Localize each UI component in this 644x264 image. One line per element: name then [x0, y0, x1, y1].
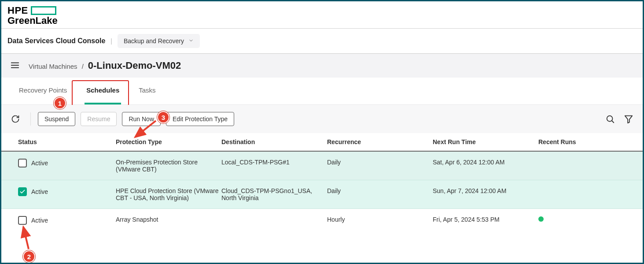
svg-line-4 [612, 121, 614, 123]
menu-icon[interactable] [10, 60, 20, 71]
hpe-rect-icon [31, 6, 56, 15]
svg-marker-5 [625, 116, 633, 123]
col-dest: Destination [221, 138, 327, 145]
tab-schedules[interactable]: Schedules [85, 78, 121, 104]
cell-dest: Cloud_CDS-TPM-PSGno1_USA, North Virginia [221, 187, 327, 201]
cell-next: Sun, Apr 7, 2024 12:00 AM [433, 187, 538, 194]
breadcrumb-current: 0-Linux-Demo-VM02 [88, 60, 181, 71]
status-text: Active [31, 160, 48, 167]
tab-tasks[interactable]: Tasks [137, 78, 157, 104]
service-dropdown-label: Backup and Recovery [124, 37, 184, 45]
cell-ptype: HPE Cloud Protection Store (VMware CBT -… [116, 187, 221, 201]
cell-recur: Hourly [327, 216, 433, 223]
recent-run-dot-icon [538, 216, 544, 222]
console-title: Data Services Cloud Console [7, 37, 105, 45]
cell-recur: Daily [327, 187, 433, 194]
cell-dest: Local_CDS-TPM-PSG#1 [221, 159, 327, 166]
status-text: Active [31, 217, 48, 224]
breadcrumb: Virtual Machines / 0-Linux-Demo-VM02 [29, 60, 181, 71]
col-next: Next Run Time [433, 138, 538, 145]
table-row[interactable]: Active On-Premises Protection Store (VMw… [1, 152, 643, 180]
tabs: Recovery Points Schedules Tasks [1, 78, 643, 105]
cell-recent [538, 216, 634, 223]
service-dropdown[interactable]: Backup and Recovery [118, 34, 200, 48]
row-checkbox[interactable] [18, 187, 27, 196]
col-ptype: Protection Type [116, 138, 221, 145]
table-header: Status Protection Type Destination Recur… [1, 133, 643, 152]
search-icon[interactable] [605, 114, 615, 124]
status-text: Active [31, 188, 48, 195]
edit-protection-type-button[interactable]: Edit Protection Type [166, 112, 234, 126]
toolbar-separator [30, 112, 31, 126]
breadcrumb-parent[interactable]: Virtual Machines [29, 63, 77, 70]
cell-ptype: Array Snapshot [116, 216, 221, 223]
svg-point-3 [607, 116, 613, 122]
breadcrumb-slash: / [82, 63, 84, 70]
run-now-button[interactable]: Run Now [122, 112, 161, 126]
cell-ptype: On-Premises Protection Store (VMware CBT… [116, 159, 221, 173]
cell-recur: Daily [327, 159, 433, 166]
breadcrumb-bar: Virtual Machines / 0-Linux-Demo-VM02 [1, 53, 643, 78]
brand-header: HPE GreenLake [1, 1, 643, 28]
col-recent: Recent Runs [538, 138, 634, 145]
refresh-icon[interactable] [10, 114, 21, 124]
tab-recovery-points[interactable]: Recovery Points [17, 78, 69, 104]
brand-line2: GreenLake [7, 15, 637, 26]
row-checkbox[interactable] [18, 216, 27, 225]
table-row[interactable]: Active Array Snapshot Hourly Fri, Apr 5,… [1, 209, 643, 232]
col-status: Status [10, 138, 116, 145]
separator: | [110, 37, 112, 45]
chevron-down-icon [188, 37, 194, 45]
cell-next: Fri, Apr 5, 2024 5:53 PM [433, 216, 538, 223]
col-recur: Recurrence [327, 138, 433, 145]
action-toolbar: Suspend Resume Run Now Edit Protection T… [1, 105, 643, 133]
console-bar: Data Services Cloud Console | Backup and… [1, 28, 643, 53]
table-row[interactable]: Active HPE Cloud Protection Store (VMwar… [1, 180, 643, 209]
resume-button: Resume [81, 112, 117, 126]
annotation-bubble-2: 2 [23, 250, 35, 263]
filter-icon[interactable] [623, 114, 634, 124]
row-checkbox[interactable] [18, 159, 27, 167]
suspend-button[interactable]: Suspend [38, 112, 75, 126]
cell-next: Sat, Apr 6, 2024 12:00 AM [433, 159, 538, 166]
schedules-table: Status Protection Type Destination Recur… [1, 133, 643, 232]
